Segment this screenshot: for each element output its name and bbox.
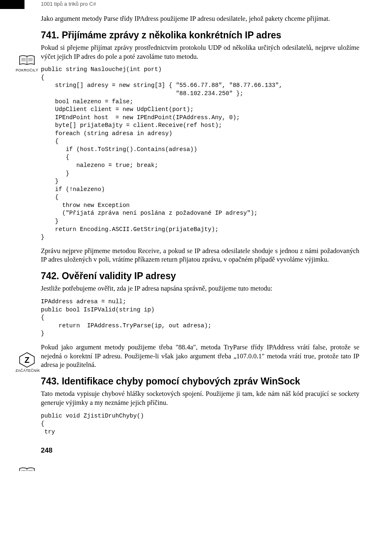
sec742-p2: Pokud jako argument metody použijeme tře… [41,343,359,369]
z-badge-icon: Z [18,352,36,368]
margin-icon-zacatecnik: Z ZAČÁTEČNÍK [16,352,38,373]
book-icon [18,467,36,471]
margin-icon-label: ZAČÁTEČNÍK [16,369,38,373]
running-head: 1001 tipů a triků pro C# [41,0,359,7]
margin-icon-pokrocily: POKROČILÝ [16,55,38,72]
page-tab [0,0,24,9]
sec741-p1: Pokud si přejeme přijímat zprávy prostře… [41,43,359,61]
sec742-p1: Jestliže potřebujeme ověřit, zda je IP a… [41,284,359,293]
margin-icon-pokrocily: POKROČILÝ [16,467,38,471]
svg-text:Z: Z [24,355,29,364]
heading-743: 743. Identifikace chyby pomocí chybových… [41,376,359,387]
book-icon [18,55,36,68]
margin-icon-label: POKROČILÝ [16,68,38,72]
heading-742: 742. Ověření validity IP adresy [41,271,359,282]
heading-741: 741. Přijímáme zprávy z několika konkrét… [41,30,359,41]
intro-paragraph: Jako argument metody Parse třídy IPAdres… [41,14,359,23]
sec741-p2: Zprávu nejprve přijmeme metodou Receive,… [41,247,359,264]
page-number: 248 [41,446,359,455]
sec741-code: public string Naslouchej(int port) { str… [41,66,359,241]
sec743-code: public void ZjistiDruhChyby() { try [41,412,359,436]
sec743-p1: Tato metoda vypisuje chybové hlášky sock… [41,389,359,407]
sec742-code: IPAddress adresa = null; public bool IsI… [41,298,359,338]
